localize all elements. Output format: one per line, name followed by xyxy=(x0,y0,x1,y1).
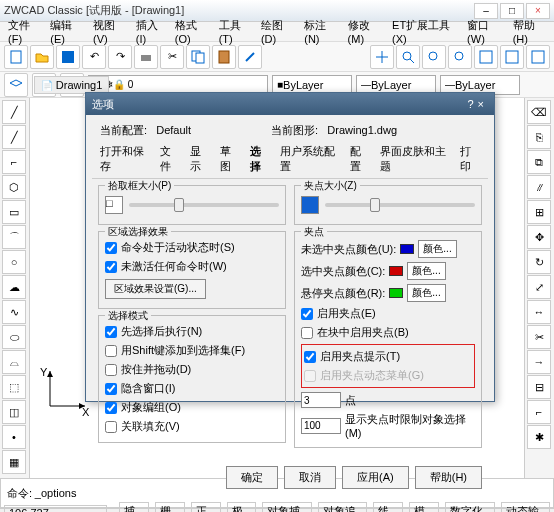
point-icon[interactable]: • xyxy=(2,425,26,449)
zoom-icon[interactable] xyxy=(396,45,420,69)
xline-icon[interactable]: ╱ xyxy=(2,125,26,149)
circle-icon[interactable]: ○ xyxy=(2,250,26,274)
status-ortho[interactable]: 正交 xyxy=(191,502,221,513)
unsel-color-select[interactable]: 颜色... xyxy=(418,240,456,258)
cancel-button[interactable]: 取消 xyxy=(284,466,336,489)
chk-pre-post[interactable]: 先选择后执行(N) xyxy=(105,322,279,341)
line-icon[interactable]: ╱ xyxy=(2,100,26,124)
scale-icon[interactable]: ⤢ xyxy=(527,275,551,299)
open-icon[interactable] xyxy=(30,45,54,69)
move-icon[interactable]: ✥ xyxy=(527,225,551,249)
grip-limit-input[interactable] xyxy=(301,418,341,434)
chk-cmd-active[interactable]: 命令处于活动状态时(S) xyxy=(105,238,279,257)
status-model[interactable]: 模型 xyxy=(409,502,439,513)
spline-icon[interactable]: ∿ xyxy=(2,300,26,324)
menu-view[interactable]: 视图(V) xyxy=(89,16,130,47)
extend-icon[interactable]: → xyxy=(527,350,551,374)
chk-implied[interactable]: 隐含窗口(I) xyxy=(105,379,279,398)
tab-skin[interactable]: 界面皮肤和主题 xyxy=(380,144,450,174)
visual-settings-button[interactable]: 区域效果设置(G)... xyxy=(105,279,206,299)
gripsize-slider[interactable] xyxy=(325,203,475,207)
chk-block-grip[interactable]: 在块中启用夹点(B) xyxy=(301,323,475,342)
layer-mgr-icon[interactable] xyxy=(4,73,28,97)
status-grid[interactable]: 栅格 xyxy=(155,502,185,513)
match-icon[interactable] xyxy=(238,45,262,69)
copy-obj-icon[interactable]: ⎘ xyxy=(527,125,551,149)
rect-icon[interactable]: ▭ xyxy=(2,200,26,224)
chk-group[interactable]: 对象编组(O) xyxy=(105,398,279,417)
menu-help[interactable]: 帮助(H) xyxy=(509,16,550,47)
status-lwt[interactable]: 线宽 xyxy=(373,502,403,513)
tab-profiles[interactable]: 配置 xyxy=(350,144,370,174)
polygon-icon[interactable]: ⬡ xyxy=(2,175,26,199)
tab-files[interactable]: 文件 xyxy=(160,144,180,174)
undo-icon[interactable]: ↶ xyxy=(82,45,106,69)
zoom-prev-icon[interactable] xyxy=(448,45,472,69)
ellipse-icon[interactable]: ⬭ xyxy=(2,325,26,349)
chk-press-drag[interactable]: 按住并拖动(D) xyxy=(105,360,279,379)
status-polar[interactable]: 极轴 xyxy=(227,502,257,513)
save-icon[interactable] xyxy=(56,45,80,69)
menu-insert[interactable]: 插入(I) xyxy=(132,16,169,47)
menu-file[interactable]: 文件(F) xyxy=(4,16,44,47)
menu-modify[interactable]: 修改(M) xyxy=(344,16,386,47)
tp-icon[interactable] xyxy=(526,45,550,69)
fillet-icon[interactable]: ⌐ xyxy=(527,400,551,424)
status-tablet[interactable]: 数字化仪 xyxy=(445,502,495,513)
tab-selection[interactable]: 选择 xyxy=(250,144,270,174)
menu-window[interactable]: 窗口(W) xyxy=(463,16,507,47)
pline-icon[interactable]: ⌐ xyxy=(2,150,26,174)
apply-button[interactable]: 应用(A) xyxy=(342,466,409,489)
new-icon[interactable] xyxy=(4,45,28,69)
explode-icon[interactable]: ✱ xyxy=(527,425,551,449)
chk-shift[interactable]: 用Shift键添加到选择集(F) xyxy=(105,341,279,360)
hatch-icon[interactable]: ▦ xyxy=(2,450,26,474)
stretch-icon[interactable]: ↔ xyxy=(527,300,551,324)
pickbox-slider[interactable] xyxy=(129,203,279,207)
menu-dim[interactable]: 标注(N) xyxy=(300,16,341,47)
paste-icon[interactable] xyxy=(212,45,236,69)
chk-not-cmd[interactable]: 未激活任何命令时(W) xyxy=(105,257,279,276)
cut-icon[interactable]: ✂ xyxy=(160,45,184,69)
ellipse-arc-icon[interactable]: ⌓ xyxy=(2,350,26,374)
mirror-icon[interactable]: ⧉ xyxy=(527,150,551,174)
array-icon[interactable]: ⊞ xyxy=(527,200,551,224)
menu-et[interactable]: ET扩展工具(X) xyxy=(388,16,461,47)
pan-icon[interactable] xyxy=(370,45,394,69)
chk-enable-grip[interactable]: 启用夹点(E) xyxy=(301,304,475,323)
status-snap[interactable]: 捕捉 xyxy=(119,502,149,513)
pts-input[interactable] xyxy=(301,392,341,408)
menu-draw[interactable]: 绘图(D) xyxy=(257,16,298,47)
status-otrack[interactable]: 对象追踪 xyxy=(318,502,368,513)
status-dyn[interactable]: 动态输入 xyxy=(501,502,551,513)
insert-icon[interactable]: ⬚ xyxy=(2,375,26,399)
arc-icon[interactable]: ⌒ xyxy=(2,225,26,249)
help-button[interactable]: 帮助(H) xyxy=(415,466,482,489)
erase-icon[interactable]: ⌫ xyxy=(527,100,551,124)
menu-tools[interactable]: 工具(T) xyxy=(215,16,255,47)
chk-grip-tip[interactable]: 启用夹点提示(T) xyxy=(304,347,472,366)
tab-drafting[interactable]: 草图 xyxy=(220,144,240,174)
props-icon[interactable] xyxy=(474,45,498,69)
offset-icon[interactable]: ⫽ xyxy=(527,175,551,199)
zoom-win-icon[interactable] xyxy=(422,45,446,69)
menu-edit[interactable]: 编辑(E) xyxy=(46,16,87,47)
tab-display[interactable]: 显示 xyxy=(190,144,210,174)
block-icon[interactable]: ◫ xyxy=(2,400,26,424)
dialog-close-icon[interactable]: × xyxy=(474,98,488,110)
tab-print[interactable]: 打印 xyxy=(460,144,480,174)
break-icon[interactable]: ⊟ xyxy=(527,375,551,399)
copy-icon[interactable] xyxy=(186,45,210,69)
revcloud-icon[interactable]: ☁ xyxy=(2,275,26,299)
sel-color-select[interactable]: 颜色... xyxy=(407,262,445,280)
ok-button[interactable]: 确定 xyxy=(226,466,278,489)
menu-format[interactable]: 格式(O) xyxy=(171,16,213,47)
tab-opensave[interactable]: 打开和保存 xyxy=(100,144,150,174)
trim-icon[interactable]: ✂ xyxy=(527,325,551,349)
redo-icon[interactable]: ↷ xyxy=(108,45,132,69)
chk-hatch[interactable]: 关联填充(V) xyxy=(105,417,279,436)
chk-grip-dyn[interactable]: 启用夹点动态菜单(G) xyxy=(304,366,472,385)
rotate-icon[interactable]: ↻ xyxy=(527,250,551,274)
status-osnap[interactable]: 对象捕捉 xyxy=(262,502,312,513)
hover-color-select[interactable]: 颜色... xyxy=(407,284,445,302)
